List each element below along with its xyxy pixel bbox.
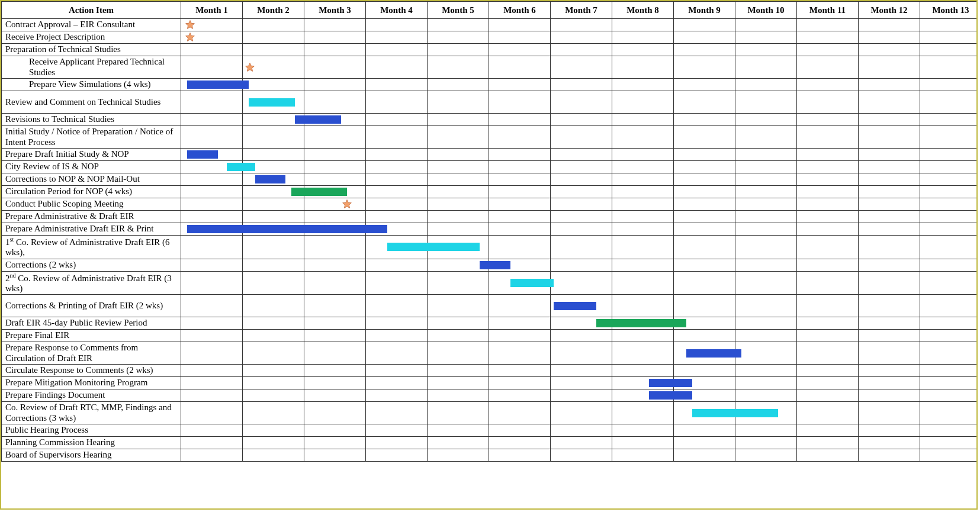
table-row: Revisions to Technical Studies — [2, 114, 978, 126]
gantt-cell — [551, 402, 612, 424]
gantt-cell — [859, 161, 920, 173]
gantt-cell — [735, 149, 797, 161]
row-label: Planning Commission Hearing — [2, 437, 181, 449]
gantt-cell — [489, 236, 551, 259]
gantt-cell — [428, 330, 489, 342]
gantt-cell — [797, 317, 859, 330]
gantt-cell — [551, 79, 612, 91]
gantt-cell — [181, 114, 243, 126]
gantt-cell — [428, 342, 489, 365]
gantt-cell — [428, 91, 489, 114]
gantt-cell — [181, 365, 243, 377]
gantt-cell — [304, 149, 366, 161]
gantt-bar — [249, 98, 294, 107]
gantt-cell — [920, 198, 978, 211]
row-label: Prepare Findings Document — [2, 389, 181, 402]
gantt-cell — [181, 126, 243, 149]
row-label: Prepare Draft Initial Study & NOP — [2, 149, 181, 161]
gantt-cell — [735, 44, 797, 56]
gantt-cell — [489, 365, 551, 377]
gantt-cell — [304, 79, 366, 91]
gantt-cell — [489, 402, 551, 424]
gantt-cell — [428, 295, 489, 317]
gantt-cell — [797, 56, 859, 79]
table-row: Prepare View Simulations (4 wks) — [2, 79, 978, 91]
gantt-cell — [304, 389, 366, 402]
row-label: Prepare View Simulations (4 wks) — [2, 79, 181, 91]
gantt-cell — [366, 330, 428, 342]
gantt-cell — [735, 161, 797, 173]
gantt-cell — [366, 317, 428, 330]
gantt-cell — [920, 259, 978, 271]
gantt-cell — [243, 377, 304, 389]
gantt-cell — [366, 377, 428, 389]
milestone-star-icon — [185, 20, 195, 30]
gantt-cell — [428, 19, 489, 31]
gantt-cell — [551, 437, 612, 449]
gantt-cell — [489, 173, 551, 186]
gantt-table: Action ItemMonth 1Month 2Month 3Month 4M… — [1, 1, 978, 462]
gantt-cell — [366, 259, 428, 271]
gantt-cell — [920, 437, 978, 449]
gantt-cell — [797, 295, 859, 317]
gantt-cell — [797, 31, 859, 44]
gantt-cell — [612, 44, 674, 56]
table-row: Prepare Administrative Draft EIR & Print — [2, 223, 978, 236]
gantt-cell — [551, 259, 612, 271]
gantt-cell — [489, 271, 551, 295]
gantt-cell — [489, 56, 551, 79]
gantt-cell — [304, 19, 366, 31]
row-label: Circulation Period for NOP (4 wks) — [2, 186, 181, 198]
gantt-cell — [859, 186, 920, 198]
gantt-cell — [304, 259, 366, 271]
gantt-cell — [859, 114, 920, 126]
gantt-cell — [674, 211, 735, 223]
gantt-cell — [797, 79, 859, 91]
gantt-cell — [612, 377, 674, 389]
gantt-cell — [366, 389, 428, 402]
col-month-4: Month 4 — [366, 2, 428, 19]
gantt-cell — [304, 223, 366, 236]
table-row: Co. Review of Draft RTC, MMP, Findings a… — [2, 402, 978, 424]
gantt-bar — [735, 409, 778, 417]
gantt-cell — [797, 236, 859, 259]
gantt-cell — [797, 149, 859, 161]
gantt-cell — [797, 161, 859, 173]
gantt-cell — [920, 449, 978, 462]
gantt-cell — [428, 223, 489, 236]
gantt-cell — [366, 173, 428, 186]
gantt-cell — [428, 31, 489, 44]
gantt-cell — [920, 389, 978, 402]
row-label: Board of Supervisors Hearing — [2, 449, 181, 462]
gantt-cell — [428, 211, 489, 223]
gantt-bar — [242, 163, 255, 171]
gantt-cell — [735, 259, 797, 271]
gantt-cell — [181, 295, 243, 317]
gantt-cell — [551, 31, 612, 44]
gantt-cell — [489, 126, 551, 149]
gantt-cell — [428, 271, 489, 295]
gantt-cell — [797, 186, 859, 198]
gantt-cell — [859, 236, 920, 259]
gantt-cell — [551, 223, 612, 236]
gantt-cell — [735, 424, 797, 437]
gantt-cell — [304, 402, 366, 424]
gantt-cell — [797, 211, 859, 223]
row-label: Draft EIR 45-day Public Review Period — [2, 317, 181, 330]
gantt-cell — [304, 317, 366, 330]
gantt-cell — [612, 295, 674, 317]
gantt-cell — [797, 223, 859, 236]
gantt-cell — [304, 330, 366, 342]
col-month-6: Month 6 — [489, 2, 551, 19]
gantt-cell — [428, 161, 489, 173]
gantt-cell — [612, 424, 674, 437]
gantt-cell — [551, 186, 612, 198]
gantt-cell — [859, 198, 920, 211]
gantt-cell — [612, 259, 674, 271]
row-label: Contract Approval – EIR Consultant — [2, 19, 181, 31]
col-month-3: Month 3 — [304, 2, 366, 19]
gantt-cell — [674, 259, 735, 271]
gantt-cell — [920, 271, 978, 295]
gantt-cell — [859, 271, 920, 295]
gantt-cell — [366, 449, 428, 462]
